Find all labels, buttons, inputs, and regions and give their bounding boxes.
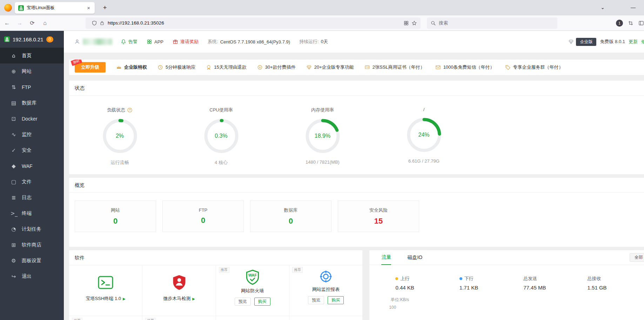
software-cell-next-row[interactable] (216, 316, 289, 320)
software-cell-next-row[interactable]: 推荐 (69, 316, 142, 320)
buy-button[interactable]: 购买 (328, 296, 344, 304)
gauge-load: 负载状态 2% 运行流畅 (69, 107, 170, 166)
sidebar-item-monitor[interactable]: ∿监控 (0, 127, 64, 142)
page-actions-icon[interactable] (403, 20, 409, 26)
buy-button[interactable]: 购买 (254, 298, 270, 306)
overview-ftp[interactable]: FTP 0 (162, 200, 244, 232)
sidebar-item-terminal[interactable]: >_终端 (0, 205, 64, 221)
enterprise-badge[interactable]: 企业版 (576, 38, 596, 46)
website-count: 0 (113, 217, 118, 226)
overview-security-risk[interactable]: 安全风险 15 (338, 200, 419, 232)
software-waf-firewall[interactable]: 推荐 WAF 网站防火墙 预览 购买 (216, 265, 289, 316)
gauge-disk-value: 24% (405, 116, 443, 154)
tag-icon (505, 64, 511, 70)
gem-icon (306, 64, 312, 70)
gauge-memory-value: 18.9% (304, 117, 341, 155)
recommend-tag: 推荐 (145, 318, 156, 320)
clock-icon (157, 64, 163, 70)
software-trojan-scan[interactable]: 微步木马检测 ▶ (142, 265, 216, 316)
promo-fast-response[interactable]: 5分钟极速响应 (157, 64, 195, 70)
gem-icon (568, 39, 574, 45)
topbar-right: 企业版 免费版 8.0.1 更新 修复 (568, 38, 644, 46)
help-question-icon[interactable] (127, 107, 133, 113)
account-badge-icon[interactable]: 1 (616, 20, 623, 27)
user-avatar-icon[interactable] (74, 39, 80, 45)
sidebar-item-ftp[interactable]: ⇅FTP (0, 79, 64, 95)
repair-link[interactable]: 修复 (641, 39, 644, 45)
sidebar-item-website[interactable]: ⊕网站 (0, 63, 64, 79)
search-bar[interactable]: 搜索 (427, 18, 557, 29)
preview-button[interactable]: 预览 (235, 298, 251, 306)
back-button[interactable]: ← (1, 18, 13, 29)
promo-paid-plugins[interactable]: 30+款付费插件 (257, 64, 296, 70)
software-cell-next-row[interactable]: 推荐 (142, 316, 216, 320)
browser-tab-strip: 宝塔Linux面板 × + ⌄ — (0, 0, 644, 15)
promo-refund[interactable]: 15天无理由退款 (206, 64, 246, 70)
downstream-value: 1.71 KB (459, 285, 523, 291)
tab-disk-io[interactable]: 磁盘IO (407, 254, 422, 265)
promo-enterprise-privilege[interactable]: 企业版特权 (116, 64, 147, 70)
all-button[interactable]: 全部 (630, 253, 644, 262)
new-tab-button[interactable]: + (100, 3, 110, 13)
promo-service-group[interactable]: 专享企业服务群（年付） (505, 64, 563, 70)
toolbar-right-icons: 1 (616, 20, 644, 27)
docker-icon: ⊡ (11, 116, 17, 122)
search-placeholder: 搜索 (439, 20, 448, 26)
tracking-shield-icon[interactable] (92, 20, 97, 26)
sidebar-header: 192.168.0.21 0 (0, 31, 64, 48)
forward-button[interactable]: → (14, 18, 25, 29)
play-icon[interactable]: ▶ (192, 297, 195, 301)
overview-title: 概览 (69, 178, 644, 193)
tab-close-icon[interactable]: × (86, 5, 91, 11)
software-ssh-terminal[interactable]: 宝塔SSH终端 1.0 ▶ (69, 265, 142, 316)
preview-button[interactable]: 预览 (308, 296, 324, 304)
software-title: 软件 (69, 250, 362, 265)
url-bar[interactable]: https://192.168.0.21:35026 (86, 18, 421, 29)
ftp-count: 0 (201, 216, 205, 225)
software-cell-next-row[interactable] (289, 316, 362, 320)
software-monitor-report[interactable]: 推荐 网站监控报表 预览 购买 (289, 265, 362, 316)
home-button[interactable]: ⌂ (39, 18, 51, 29)
gauge-memory-sub: 1480 / 7821(MB) (306, 159, 340, 165)
sidebar-item-docker[interactable]: ⊡Docker (0, 111, 64, 127)
bookmark-star-icon[interactable] (411, 20, 417, 26)
url-text: https://192.168.0.21:35026 (108, 20, 401, 26)
sidebar-item-home[interactable]: ⌂首页 (0, 48, 64, 63)
sidebar-item-cron[interactable]: ◔计划任务 (0, 221, 64, 237)
play-icon[interactable]: ▶ (123, 297, 126, 301)
sidebar-item-files[interactable]: ▢文件 (0, 174, 64, 190)
sidebar-toggle-icon[interactable] (638, 20, 644, 26)
traffic-stats: 上行 0.44 KB 下行 1.71 KB 总发送 77.45 MB 总接收 1… (369, 265, 644, 291)
upgrade-now-button[interactable]: 限时 立即升级 (75, 62, 106, 73)
app-link[interactable]: APP (147, 39, 163, 45)
update-link[interactable]: 更新 (629, 39, 638, 45)
list-tabs-chevron-icon[interactable]: ⌄ (597, 3, 608, 13)
sidebar-item-waf[interactable]: ◆WAF (0, 158, 64, 174)
sidebar-item-security[interactable]: ✓安全 (0, 142, 64, 158)
sidebar-item-appstore[interactable]: ⊞软件商店 (0, 237, 64, 253)
invite-reward-link[interactable]: 邀请奖励 (173, 39, 199, 45)
browser-toolbar: ← → ⟳ ⌂ https://192.168.0.21:35026 搜索 1 (0, 15, 644, 31)
lock-icon[interactable] (100, 21, 105, 26)
promo-free-sms[interactable]: 1000条免费短信（年付） (435, 64, 495, 70)
promo-exclusive-features[interactable]: 20+企业版专享功能 (306, 64, 354, 70)
sidebar-item-logs[interactable]: ≣日志 (0, 190, 64, 205)
reload-button[interactable]: ⟳ (27, 18, 38, 29)
limited-time-ribbon: 限时 (71, 60, 82, 66)
screenshot-icon[interactable] (628, 20, 633, 26)
stat-downstream: 下行 1.71 KB (459, 275, 523, 291)
tab-traffic[interactable]: 流量 (381, 254, 391, 265)
sidebar-item-settings[interactable]: ⚙面板设置 (0, 253, 64, 268)
overview-website[interactable]: 网站 0 (75, 200, 156, 232)
sidebar-item-logout[interactable]: ↪退出 (0, 268, 64, 284)
overview-database[interactable]: 数据库 0 (250, 200, 331, 232)
website-globe-icon: ⊕ (11, 68, 17, 75)
mail-icon (435, 64, 441, 70)
browser-tab[interactable]: 宝塔Linux面板 × (15, 2, 95, 14)
promo-ssl-certs[interactable]: 2张SSL商用证书（年付） (364, 64, 425, 70)
sidebar-item-database[interactable]: ▤数据库 (0, 95, 64, 111)
alarm-link[interactable]: 告警 (121, 39, 137, 45)
top-info-bar: 告警 APP 邀请奖励 系统: CentOS 7.7.1908 x86_64(P… (64, 31, 644, 53)
window-minimize-button[interactable]: — (627, 3, 639, 13)
app-grid-icon (147, 39, 152, 45)
